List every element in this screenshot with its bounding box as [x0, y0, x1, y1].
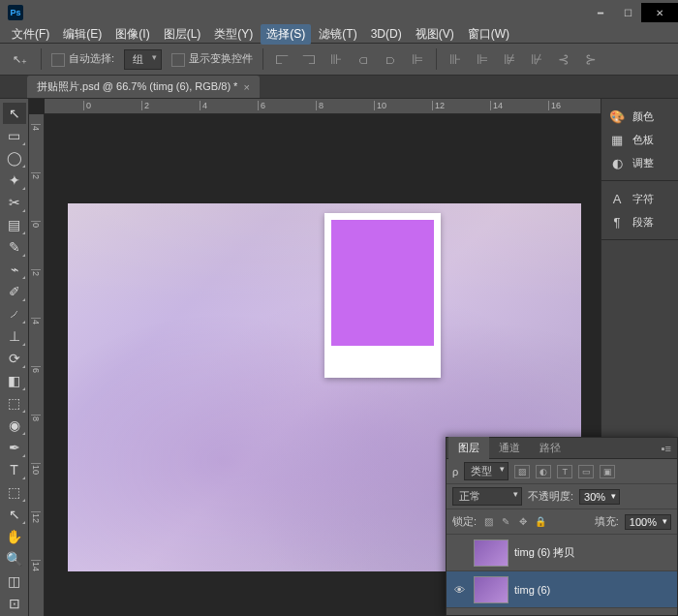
document-tab[interactable]: 拼贴照片.psd @ 66.7% (timg (6), RGB/8) * ×: [27, 76, 260, 98]
lock-position-icon[interactable]: ✥: [517, 516, 529, 528]
tool-history-brush[interactable]: ⟋: [3, 303, 26, 324]
distribute-c-icon[interactable]: ⊯: [501, 50, 518, 68]
tab-paths[interactable]: 路径: [530, 437, 570, 459]
tool-marquee[interactable]: ▭: [3, 125, 26, 146]
distribute-b-icon[interactable]: ⊫: [474, 50, 491, 68]
polaroid-frame[interactable]: [324, 213, 441, 378]
tool-shape[interactable]: ⬚: [3, 481, 26, 503]
tool-wand[interactable]: ✦: [3, 169, 26, 191]
layers-panel[interactable]: 图层 通道 路径 ▪≡ ρ 类型 ▨ ◐ T ▭ ▣ 正常 不透明度: 30% …: [446, 437, 678, 616]
align-bottom-icon[interactable]: ⊪: [327, 50, 345, 68]
filter-adjust-icon[interactable]: ◐: [536, 465, 551, 478]
tab-channels[interactable]: 通道: [489, 437, 530, 459]
panel-adjustments[interactable]: ◐调整: [601, 151, 678, 174]
ruler-tick: 10: [31, 463, 41, 475]
vertical-ruler[interactable]: 4 2 0 2 4 6 8 10 12 14: [29, 114, 45, 616]
align-top-icon[interactable]: ⫍: [273, 50, 291, 68]
fill-value[interactable]: 100%: [625, 514, 671, 530]
layer-name[interactable]: timg (6): [514, 584, 550, 596]
align-vcenter-icon[interactable]: ⫎: [300, 50, 318, 68]
auto-select-label: 自动选择:: [69, 52, 114, 64]
menu-window[interactable]: 窗口(W): [462, 24, 515, 45]
ruler-tick: 12: [432, 101, 445, 110]
show-transform-checkbox[interactable]: 显示变换控件: [171, 51, 253, 66]
panel-character[interactable]: A字符: [601, 187, 678, 210]
tab-layers[interactable]: 图层: [448, 437, 489, 459]
blend-mode-dropdown[interactable]: 正常: [452, 487, 522, 506]
align-hcenter-icon[interactable]: ⫐: [382, 50, 399, 68]
tool-healing[interactable]: ✎: [3, 236, 26, 258]
tool-pen[interactable]: ◉: [3, 415, 26, 436]
panel-swatches[interactable]: ▦色板: [601, 128, 678, 151]
visibility-toggle[interactable]: 👁: [450, 584, 468, 596]
distribute-a-icon[interactable]: ⊪: [447, 50, 464, 68]
auto-select-checkbox[interactable]: 自动选择:: [51, 51, 114, 66]
menu-3d[interactable]: 3D(D): [365, 25, 408, 43]
paragraph-icon: ¶: [609, 214, 625, 230]
move-tool-icon[interactable]: ↖₊: [8, 47, 31, 71]
lock-transparent-icon[interactable]: ▨: [482, 516, 494, 528]
filter-shape-icon[interactable]: ▭: [578, 465, 594, 478]
layers-panel-tabs: 图层 通道 路径 ▪≡: [447, 438, 677, 459]
tool-stamp[interactable]: ✐: [3, 281, 26, 302]
lock-image-icon[interactable]: ✎: [500, 516, 511, 528]
tool-swap-colors[interactable]: 🔍: [3, 548, 26, 570]
filter-search-icon: ρ: [452, 466, 458, 477]
tool-path-select[interactable]: T: [3, 459, 26, 480]
filter-smart-icon[interactable]: ▣: [600, 465, 615, 478]
ruler-tick: 0: [83, 101, 91, 110]
horizontal-ruler[interactable]: 0 2 4 6 8 10 12 14 16 18: [45, 99, 601, 114]
close-button[interactable]: ✕: [641, 3, 678, 22]
tool-brush[interactable]: ⌁: [3, 259, 26, 280]
align-left-icon[interactable]: ⫏: [354, 50, 372, 68]
menu-view[interactable]: 视图(V): [410, 24, 460, 45]
tool-hand[interactable]: ↖: [3, 504, 26, 525]
align-right-icon[interactable]: ⊫: [409, 50, 426, 68]
distribute-e-icon[interactable]: ⊰: [555, 50, 572, 68]
minimize-button[interactable]: ━: [587, 3, 614, 22]
menu-layer[interactable]: 图层(L): [158, 24, 207, 45]
ruler-tick: 16: [548, 101, 561, 110]
close-tab-icon[interactable]: ×: [243, 81, 249, 93]
menu-filter[interactable]: 滤镜(T): [313, 24, 362, 45]
tool-crop[interactable]: ✂: [3, 192, 26, 213]
auto-select-target-dropdown[interactable]: 组: [124, 49, 162, 70]
menu-edit[interactable]: 编辑(E): [57, 24, 108, 45]
tool-type[interactable]: ✒: [3, 437, 26, 458]
tool-gradient[interactable]: ⟳: [3, 348, 26, 369]
tool-blur[interactable]: ◧: [3, 370, 26, 391]
distribute-d-icon[interactable]: ⊮: [528, 50, 545, 68]
panel-color[interactable]: 🎨颜色: [601, 105, 678, 128]
tool-lasso[interactable]: ◯: [3, 147, 26, 169]
menu-type[interactable]: 类型(Y): [208, 24, 259, 45]
tool-eyedropper[interactable]: ▤: [3, 214, 26, 235]
tool-dodge[interactable]: ⬚: [3, 392, 26, 414]
filter-pixel-icon[interactable]: ▨: [514, 465, 530, 478]
maximize-button[interactable]: ☐: [614, 3, 641, 22]
filter-type-icon[interactable]: T: [557, 465, 572, 478]
tool-move[interactable]: ↖: [3, 103, 26, 124]
layer-row[interactable]: 👁 timg (6): [447, 571, 677, 608]
panel-menu-icon[interactable]: ▪≡: [656, 443, 677, 454]
tool-quickmask[interactable]: ⊡: [3, 593, 26, 614]
layer-thumbnail[interactable]: [474, 576, 508, 603]
tool-eraser[interactable]: ⊥: [3, 325, 26, 347]
tool-zoom[interactable]: ✋: [3, 526, 26, 547]
opacity-value[interactable]: 30%: [579, 489, 620, 505]
layer-name[interactable]: timg (6) 拷贝: [514, 545, 574, 560]
layer-thumbnail[interactable]: [474, 539, 508, 567]
distribute-f-icon[interactable]: ⊱: [582, 50, 600, 68]
ruler-tick: 4: [31, 318, 41, 324]
menu-file[interactable]: 文件(F): [6, 24, 55, 45]
swatches-icon: ▦: [609, 132, 625, 147]
layer-kind-dropdown[interactable]: 类型: [464, 462, 508, 480]
panel-group-color: 🎨颜色 ▦色板 ◐调整: [601, 99, 678, 181]
lock-all-icon[interactable]: 🔒: [535, 516, 546, 528]
menu-select[interactable]: 选择(S): [261, 24, 311, 45]
panel-paragraph[interactable]: ¶段落: [601, 210, 678, 233]
menu-image[interactable]: 图像(I): [109, 24, 155, 45]
layer-filter-row: ρ 类型 ▨ ◐ T ▭ ▣: [447, 459, 677, 484]
panel-label: 字符: [632, 192, 654, 206]
tool-fgbg-colors[interactable]: ◫: [3, 570, 26, 592]
layer-row[interactable]: timg (6) 拷贝: [447, 535, 677, 571]
